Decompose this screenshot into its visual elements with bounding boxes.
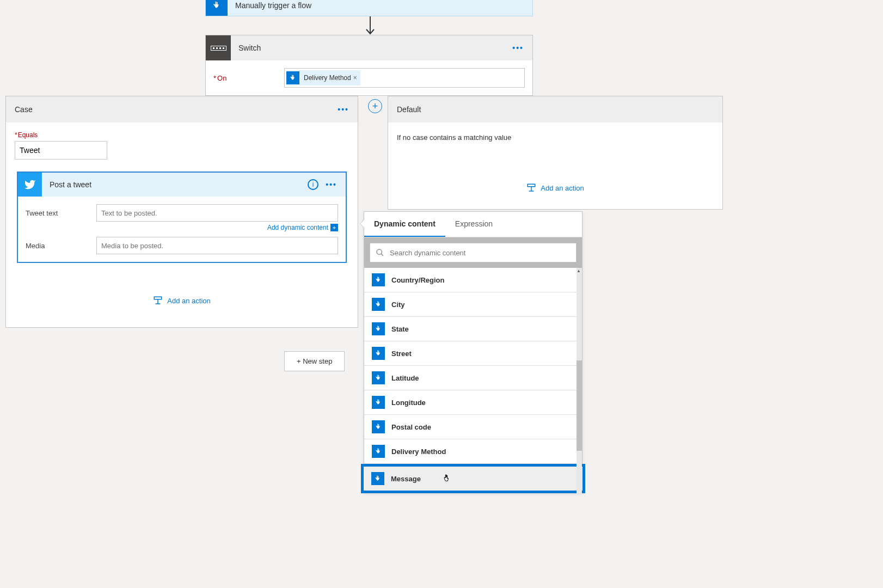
on-input[interactable]: Delivery Method ×	[284, 68, 525, 88]
dynamic-list: Country/Region City State Street Latitud…	[364, 268, 582, 493]
dynamic-item[interactable]: Delivery Method	[364, 439, 582, 464]
search-icon	[376, 248, 384, 257]
info-icon[interactable]: i	[308, 179, 318, 190]
tweet-header[interactable]: Post a tweet i •••	[18, 173, 346, 197]
switch-card: Switch ••• On Delivery Method ×	[205, 35, 533, 96]
twitter-icon	[18, 173, 42, 197]
tweet-media-input[interactable]	[96, 237, 338, 254]
plus-icon: +	[330, 224, 338, 231]
switch-icon	[206, 35, 231, 60]
dynamic-item[interactable]: Postal code	[364, 415, 582, 439]
default-header[interactable]: Default	[388, 96, 722, 122]
cursor-icon	[443, 473, 451, 485]
pointer-icon	[372, 445, 385, 458]
pointer-icon	[206, 0, 228, 16]
post-tweet-card: Post a tweet i ••• Tweet text Add dynami…	[17, 171, 347, 263]
scroll-up-icon[interactable]: ▲	[577, 268, 581, 273]
pointer-icon	[372, 273, 385, 286]
equals-label: Equals	[15, 131, 349, 139]
svg-rect-1	[154, 297, 162, 299]
tweet-text-input[interactable]	[96, 204, 338, 222]
dynamic-search-input[interactable]	[370, 243, 577, 262]
tweet-media-label: Media	[26, 242, 96, 250]
dynamic-item-label: Latitude	[391, 374, 419, 382]
add-case-button[interactable]: +	[368, 99, 382, 113]
tweet-menu[interactable]: •••	[326, 180, 337, 189]
default-add-action[interactable]: Add an action	[388, 152, 722, 209]
token-remove[interactable]: ×	[353, 74, 357, 82]
dynamic-item[interactable]: Street	[364, 341, 582, 366]
tweet-text-label: Tweet text	[26, 209, 96, 217]
dynamic-item[interactable]: City	[364, 292, 582, 317]
pointer-icon	[372, 420, 385, 433]
svg-line-8	[381, 254, 383, 256]
token-label: Delivery Method	[304, 74, 351, 82]
tab-dynamic-content[interactable]: Dynamic content	[364, 212, 445, 237]
tab-expression[interactable]: Expression	[445, 212, 502, 237]
dynamic-item[interactable]: Latitude	[364, 366, 582, 390]
case-menu[interactable]: •••	[338, 105, 349, 114]
dynamic-item[interactable]: State	[364, 317, 582, 341]
switch-header[interactable]: Switch •••	[206, 35, 532, 60]
svg-rect-4	[528, 184, 535, 187]
case-header[interactable]: Case •••	[6, 96, 358, 122]
case-add-action[interactable]: Add an action	[6, 274, 358, 327]
token-delivery-method: Delivery Method ×	[286, 70, 360, 85]
svg-point-7	[377, 249, 382, 254]
pointer-icon	[286, 71, 299, 84]
on-label: On	[213, 74, 284, 82]
default-body-text: If no case contains a matching value	[388, 122, 722, 152]
pointer-icon	[371, 472, 384, 485]
add-dynamic-content-link[interactable]: Add dynamic content+	[26, 224, 338, 231]
pointer-icon	[372, 347, 385, 360]
dynamic-content-panel: Dynamic content Expression Country/Regio…	[364, 211, 582, 493]
switch-menu[interactable]: •••	[512, 44, 524, 52]
trigger-label: Manually trigger a flow	[228, 1, 311, 10]
dynamic-item-label: Delivery Method	[391, 448, 446, 456]
pointer-icon	[372, 298, 385, 311]
switch-title: Switch	[231, 44, 261, 52]
dynamic-item-label: City	[391, 301, 405, 309]
new-step-button[interactable]: + New step	[284, 351, 345, 371]
equals-input[interactable]	[15, 141, 107, 160]
dynamic-item-label: Longitude	[391, 399, 426, 407]
arrow-down-icon	[365, 16, 376, 36]
dynamic-item-label: Street	[391, 350, 412, 358]
trigger-card[interactable]: Manually trigger a flow	[205, 0, 533, 16]
dynamic-item-label: Postal code	[391, 423, 431, 431]
scrollbar-thumb[interactable]	[577, 360, 582, 451]
dynamic-item-message[interactable]: Message	[361, 464, 585, 493]
default-card: Default If no case contains a matching v…	[388, 96, 723, 210]
case-card: Case ••• Equals Post a tweet i ••• Tweet…	[5, 96, 358, 328]
dynamic-item-label: Country/Region	[391, 276, 445, 284]
pointer-icon	[372, 396, 385, 409]
dynamic-item-label: Message	[391, 475, 421, 483]
default-title: Default	[397, 105, 421, 114]
pointer-icon	[372, 322, 385, 335]
dynamic-item[interactable]: Country/Region	[364, 268, 582, 292]
pointer-icon	[372, 371, 385, 384]
case-title: Case	[15, 105, 33, 114]
tweet-title: Post a tweet	[42, 180, 91, 189]
dynamic-item[interactable]: Longitude	[364, 390, 582, 415]
dynamic-item-label: State	[391, 325, 409, 333]
